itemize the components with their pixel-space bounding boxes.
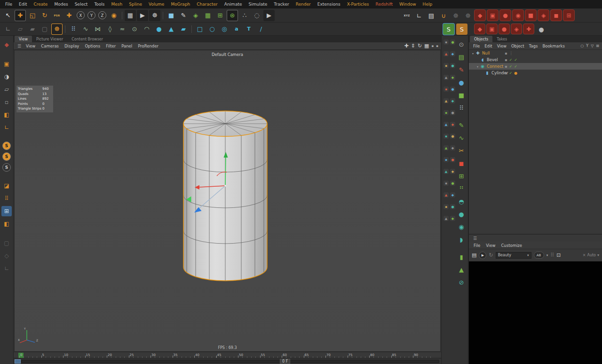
red-pen-tool[interactable]: ✎ <box>456 64 467 75</box>
render-view-menu-item[interactable]: Customize <box>498 243 525 248</box>
tree-row-connect[interactable]: ▾ ◉ Connect ▪ ✓ ✓ <box>469 63 602 70</box>
auto-toggle[interactable]: × Auto ▾ <box>583 253 599 257</box>
zoom-tool[interactable]: ⊙ <box>456 39 467 50</box>
save-image-icon[interactable]: ▤ <box>472 252 476 258</box>
viewport-menu-item[interactable]: ProRender <box>135 44 161 48</box>
green-stack-tool[interactable]: ▤ <box>456 51 467 63</box>
tree-row-null[interactable]: ▾ ✚ Null ▪ ⋮ <box>469 50 602 56</box>
disabled-plane-3[interactable]: ▢ <box>39 24 50 35</box>
object-manager-menu-item[interactable]: Edit <box>482 44 494 48</box>
xp-tool-11[interactable]: ● <box>499 24 510 34</box>
mini-tool-11[interactable]: ▲ <box>444 98 449 103</box>
mini-tool-7[interactable]: ▲ <box>444 75 449 80</box>
rotate-view-icon[interactable]: ↻ <box>418 43 422 49</box>
shaded-sphere-tool[interactable]: ◉ <box>456 221 467 232</box>
object-manager-tab[interactable]: Takes <box>492 36 511 42</box>
view-option-mini-1[interactable]: ▪ <box>432 44 434 48</box>
xp-tool-7[interactable]: ◼ <box>550 9 562 21</box>
mini-tool-15[interactable]: ▲ <box>444 122 449 127</box>
menu-item[interactable]: Edit <box>16 2 30 7</box>
object-toggles[interactable]: ▪ ✓ ● <box>505 71 517 75</box>
add-cube-menu[interactable]: ■ <box>166 10 177 21</box>
timeline-thumb[interactable] <box>15 359 21 364</box>
viewport-menu-icon[interactable]: ☰ <box>16 44 23 48</box>
menu-item[interactable]: Render <box>293 2 314 7</box>
chevron-down-icon[interactable]: ▾ <box>547 253 548 257</box>
menu-item[interactable]: Volume <box>145 2 167 7</box>
xp-tool-4[interactable]: ◉ <box>512 9 524 21</box>
menu-item[interactable]: Select <box>71 2 91 7</box>
mini-tool-21[interactable]: ▪ <box>444 157 449 162</box>
mini-tool-9[interactable]: ▪ <box>444 87 449 92</box>
menu-item[interactable]: Character <box>193 2 221 7</box>
ab-compare-button[interactable]: AB <box>534 252 544 259</box>
snap-magnet[interactable]: ∪ <box>438 10 449 21</box>
menu-item[interactable]: Tracker <box>270 2 292 7</box>
fill-tool-button[interactable]: ◪ <box>1 181 12 191</box>
current-frame-field[interactable]: 0 F <box>280 359 290 364</box>
y-axis-toggle[interactable]: Y <box>87 11 95 19</box>
menu-item[interactable]: Mesh <box>108 2 126 7</box>
disc-tool[interactable]: ⊘ <box>456 277 467 288</box>
expander-icon[interactable]: ▾ <box>475 65 480 68</box>
redshift-proxy-tool[interactable]: ◼ <box>456 158 467 169</box>
timeline-track[interactable] <box>21 360 439 363</box>
mini-tool-3[interactable]: ▲ <box>444 51 449 56</box>
hierarchy-icon[interactable]: Y <box>586 44 588 48</box>
green-cube-tool[interactable]: ■ <box>456 89 467 101</box>
arc-tool[interactable]: ◠ <box>141 24 152 35</box>
grid-snap-button[interactable]: ⊞ <box>1 206 12 216</box>
xp-tool-3[interactable]: ● <box>499 9 511 21</box>
object-manager-menu-item[interactable]: File <box>471 44 482 48</box>
timeline-slider[interactable]: 0 F <box>14 358 441 364</box>
line-spline[interactable]: / <box>255 24 267 35</box>
stitch-tool[interactable]: ≈ <box>117 24 128 35</box>
object-manager-menu-item[interactable]: View <box>495 44 509 48</box>
viewport-menu-item[interactable]: View <box>23 44 38 48</box>
move-tool[interactable]: ✚ <box>15 10 26 21</box>
menu-item[interactable]: X-Particles <box>344 2 372 7</box>
mograph-menu-2[interactable]: ▦ <box>202 10 214 21</box>
disabled-plane-2[interactable]: ▰ <box>27 24 38 35</box>
z-axis-toggle[interactable]: Z <box>98 11 106 19</box>
separator-3[interactable] <box>63 24 67 35</box>
viewport-menu-item[interactable]: Cameras <box>38 44 62 48</box>
separator-1[interactable] <box>120 10 124 21</box>
workplane-ruler[interactable]: ∟ <box>413 10 425 21</box>
spline-pen-tool[interactable]: ✎ <box>456 119 467 131</box>
viewport-menu-item[interactable]: Options <box>82 44 103 48</box>
circle-spline[interactable]: ○ <box>206 24 218 35</box>
polygons-mode-button[interactable]: ∟ <box>1 122 12 133</box>
gear-faded-2[interactable]: ☸ <box>462 10 474 21</box>
workplane-snap-button[interactable]: ◧ <box>1 219 12 229</box>
select-tool[interactable]: ↖ <box>2 10 14 21</box>
xp-tool-9[interactable]: ◆ <box>474 24 485 34</box>
timeline-ruler[interactable]: 051015202530354045505560657075808590 <box>14 352 441 358</box>
mini-tool-31[interactable]: ▲ <box>444 216 449 221</box>
menu-item[interactable]: Tools <box>91 2 108 7</box>
xp-tool-6[interactable]: ◈ <box>538 9 549 21</box>
menu-item[interactable]: Create <box>31 2 51 7</box>
last-used-tools[interactable]: PSR <box>51 10 63 21</box>
viewport-3d-scene[interactable] <box>15 50 441 352</box>
simulate-menu-2[interactable]: ◌ <box>251 10 262 21</box>
x-axis-toggle[interactable]: X <box>77 11 85 19</box>
snap-tile-orange[interactable]: S <box>456 24 467 35</box>
add-layout-icon[interactable]: ⊞ <box>596 44 599 48</box>
refresh-icon[interactable]: ↻ <box>489 252 493 258</box>
panel-menu-icon[interactable]: ☰ <box>471 236 479 241</box>
render-output-area[interactable] <box>469 261 602 364</box>
points-mode-button[interactable]: ▫ <box>1 97 12 107</box>
dolly-view-icon[interactable]: ⇕ <box>411 43 415 49</box>
point-snap-button[interactable]: ⠿ <box>1 193 12 204</box>
search-icon[interactable]: ○ <box>580 44 584 48</box>
menu-item[interactable]: File <box>2 2 16 7</box>
sphere-tool[interactable]: ● <box>456 208 467 220</box>
render-view-menu-item[interactable]: View <box>483 243 498 248</box>
disabled-plane-1[interactable]: ▱ <box>15 24 26 35</box>
xp-tool-5[interactable]: ■ <box>525 9 537 21</box>
menu-item[interactable]: Animate <box>221 2 246 7</box>
mini-tool-1[interactable]: ▪ <box>444 40 449 45</box>
cylinder-object[interactable] <box>183 111 267 281</box>
point-grid-tool[interactable]: ⠿ <box>68 24 79 35</box>
